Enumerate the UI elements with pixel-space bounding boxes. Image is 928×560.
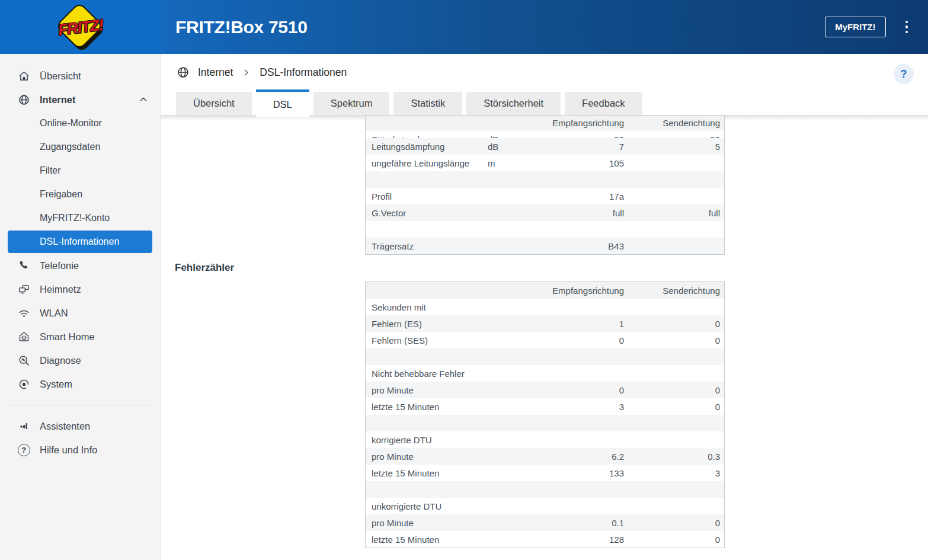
- sidebar-item-telefonie[interactable]: Telefonie: [0, 254, 160, 277]
- breadcrumb-page[interactable]: DSL-Informationen: [260, 66, 347, 79]
- value-tx: 0: [624, 335, 724, 345]
- wifi-icon: [17, 306, 30, 319]
- row-unit: m: [488, 158, 553, 168]
- tab-uebersicht[interactable]: Übersicht: [176, 92, 252, 115]
- smart-home-icon: [17, 330, 30, 343]
- table-row: pro Minute 0.1 0: [366, 514, 724, 531]
- value-tx: 0.3: [624, 452, 724, 462]
- table-row: Sekunden mit: [366, 299, 724, 315]
- value-rx: full: [553, 208, 624, 218]
- sidebar-item-label: Hilfe und Info: [40, 444, 97, 456]
- sidebar-item-label: Diagnose: [40, 355, 81, 366]
- sidebar-item-label: Internet: [40, 94, 76, 105]
- table-row: [366, 171, 724, 188]
- table-row: [366, 415, 724, 431]
- row-unit: dB: [488, 130, 553, 138]
- row-label: Trägersatz: [366, 241, 488, 251]
- row-label: pro Minute: [366, 518, 488, 528]
- chevron-right-icon: [242, 69, 250, 76]
- sidebar-item-internet[interactable]: Internet: [0, 88, 160, 111]
- sidebar-item-wlan[interactable]: WLAN: [0, 301, 160, 325]
- sidebar-item-system[interactable]: System: [0, 372, 160, 396]
- sidebar-item-smart-home[interactable]: Smart Home: [0, 325, 160, 348]
- value-rx: 7: [553, 142, 624, 152]
- value-rx: 105: [553, 158, 624, 168]
- sidebar-item-label: DSL-Informationen: [40, 236, 119, 247]
- row-label: ungefähre Leitungslänge: [366, 158, 488, 168]
- home-icon: [17, 69, 30, 82]
- sidebar-item-myfritz-konto[interactable]: MyFRITZ!-Konto: [0, 206, 160, 230]
- sidebar-item-label: WLAN: [40, 308, 68, 319]
- table-header-row: Empfangsrichtung Senderichtung: [366, 282, 724, 299]
- value-tx: 0: [624, 535, 724, 545]
- row-label: letzte 15 Minuten: [366, 402, 488, 412]
- page-title: FRITZ!Box 7510: [175, 17, 308, 37]
- value-rx: 0: [553, 385, 624, 395]
- section-heading-fehlerzaehler: Fehlerzähler: [175, 262, 928, 274]
- help-circle-icon: ?: [17, 443, 30, 456]
- chevron-up-icon[interactable]: [139, 95, 148, 104]
- sidebar-item-assistenten[interactable]: Assistenten: [0, 414, 160, 438]
- help-button[interactable]: ?: [894, 64, 914, 84]
- row-label: Leitungsdämpfung: [366, 142, 488, 152]
- value-rx: 133: [553, 468, 624, 478]
- tab-spektrum[interactable]: Spektrum: [313, 92, 390, 115]
- tab-stoersicherheit[interactable]: Störsicherheit: [466, 92, 561, 115]
- column-header-senderichtung: Senderichtung: [624, 286, 724, 296]
- value-tx: 0: [624, 518, 724, 528]
- value-tx: 0: [624, 385, 724, 395]
- table-row: [366, 481, 724, 498]
- sidebar-item-label: MyFRITZ!-Konto: [40, 213, 110, 223]
- sidebar-item-zugangsdaten[interactable]: Zugangsdaten: [0, 135, 160, 159]
- app-window: FRITZ! FRITZ!Box 7510 MyFRITZ! Übersicht…: [0, 0, 928, 560]
- value-tx: 20: [624, 130, 724, 138]
- sidebar-item-uebersicht[interactable]: Übersicht: [0, 64, 160, 88]
- table-row: letzte 15 Minuten 128 0: [366, 531, 724, 548]
- breadcrumb-section[interactable]: Internet: [198, 66, 233, 79]
- sidebar-item-hilfe-und-info[interactable]: ? Hilfe und Info: [0, 438, 160, 462]
- table-row: G.Vector full full: [366, 204, 724, 221]
- sidebar-item-dsl-informationen[interactable]: DSL-Informationen: [8, 231, 152, 253]
- sidebar-item-heimnetz[interactable]: Heimnetz: [0, 277, 160, 301]
- row-label: Nicht behebbare Fehler: [366, 369, 488, 379]
- sidebar-item-label: Online-Monitor: [40, 118, 102, 129]
- myfritz-button[interactable]: MyFRITZ!: [825, 17, 885, 37]
- sidebar-item-label: Heimnetz: [40, 284, 81, 295]
- system-icon: [17, 377, 30, 391]
- table-row: Fehlern (ES) 1 0: [366, 315, 724, 332]
- row-label: letzte 15 Minuten: [366, 468, 488, 478]
- row-label: Fehlern (SES): [366, 335, 488, 345]
- tab-feedback[interactable]: Feedback: [565, 92, 642, 115]
- value-rx: 6.2: [553, 452, 624, 462]
- column-header-empfangsrichtung: Empfangsrichtung: [366, 118, 624, 128]
- tab-dsl[interactable]: DSL: [256, 89, 309, 117]
- header-actions: MyFRITZ!: [825, 17, 911, 37]
- sidebar-item-label: Freigaben: [40, 189, 82, 200]
- sidebar-divider: [8, 405, 152, 405]
- value-rx: 0: [553, 335, 624, 345]
- tab-statistik[interactable]: Statistik: [393, 92, 462, 115]
- line-parameters-table: Empfangsrichtung Senderichtung Störabsta…: [365, 115, 725, 255]
- value-tx: full: [624, 208, 724, 218]
- row-label: Störabstandsmarge: [366, 130, 488, 138]
- sidebar-item-label: Assistenten: [40, 421, 90, 432]
- sidebar-item-online-monitor[interactable]: Online-Monitor: [0, 111, 160, 135]
- kebab-menu-icon[interactable]: [902, 18, 912, 36]
- value-rx: 3: [553, 402, 624, 412]
- app-header: FRITZ!Box 7510 MyFRITZ!: [161, 0, 928, 54]
- row-label: pro Minute: [366, 385, 488, 395]
- row-label: pro Minute: [366, 452, 488, 462]
- sidebar-item-diagnose[interactable]: Diagnose: [0, 348, 160, 372]
- value-rx: 0.1: [553, 518, 624, 528]
- sidebar-item-freigaben[interactable]: Freigaben: [0, 183, 160, 206]
- sidebar-item-label: Zugangsdaten: [40, 142, 100, 152]
- dsl-info-panel: Empfangsrichtung Senderichtung Störabsta…: [161, 115, 928, 548]
- sidebar-item-label: Smart Home: [40, 331, 95, 343]
- fritz-logo[interactable]: FRITZ!: [36, 1, 125, 53]
- table-row: [366, 221, 724, 238]
- value-rx: 20: [553, 130, 624, 138]
- table-row: [366, 348, 724, 365]
- table-row: Nicht behebbare Fehler: [366, 365, 724, 382]
- globe-icon: [17, 93, 30, 106]
- sidebar-item-filter[interactable]: Filter: [0, 159, 160, 183]
